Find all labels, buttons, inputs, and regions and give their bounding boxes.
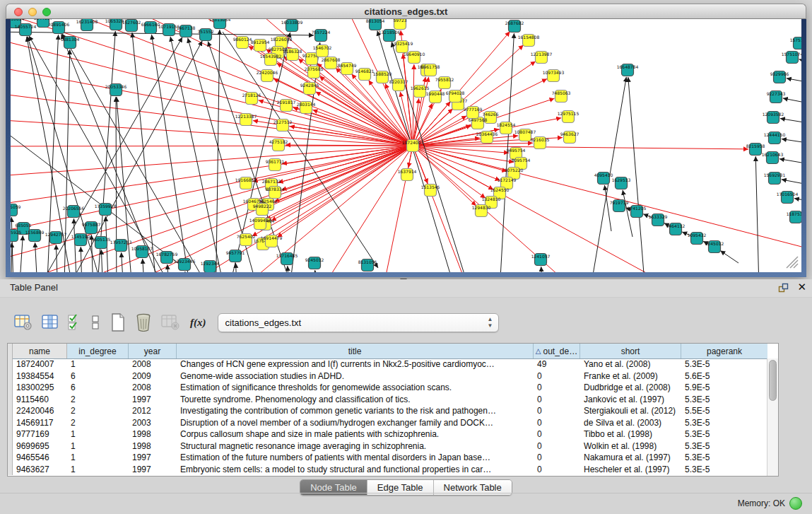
- network-node[interactable]: 18313054: [209, 19, 231, 29]
- cell-pagerank[interactable]: 5.3E-5: [681, 441, 767, 451]
- memory-status-indicator[interactable]: [789, 497, 802, 510]
- network-edge[interactable]: [235, 263, 238, 272]
- network-edge[interactable]: [143, 259, 146, 272]
- cell-in_degree[interactable]: 6: [67, 371, 129, 381]
- column-header-pagerank[interactable]: pagerank: [681, 344, 767, 358]
- new-table-icon[interactable]: [110, 312, 126, 333]
- network-node[interactable]: 1575107: [790, 37, 801, 49]
- cell-title[interactable]: Corpus callosum shape and size in male p…: [177, 429, 534, 439]
- table-row[interactable]: 946554611997Estimation of the future num…: [8, 452, 767, 464]
- network-node[interactable]: 12093582: [763, 112, 784, 124]
- show-columns-icon[interactable]: [42, 312, 59, 333]
- network-edge[interactable]: [81, 247, 83, 272]
- network-node[interactable]: 4275182: [269, 139, 288, 151]
- cell-year[interactable]: 1998: [129, 441, 177, 451]
- cell-name[interactable]: 18724007: [13, 359, 67, 369]
- network-node[interactable]: 10973493: [543, 70, 565, 82]
- cell-pagerank[interactable]: 5.9E-5: [681, 382, 767, 392]
- cell-name[interactable]: 9699695: [13, 441, 67, 451]
- cell-year[interactable]: 2012: [129, 406, 177, 416]
- cell-in_degree[interactable]: 1: [67, 359, 129, 369]
- network-node[interactable]: 2803144: [297, 102, 316, 114]
- network-node[interactable]: 1187533: [787, 211, 801, 223]
- network-node[interactable]: 7625402: [237, 234, 256, 246]
- network-node[interactable]: 12923446: [174, 259, 196, 271]
- network-node[interactable]: 12975115: [558, 111, 579, 123]
- table-row[interactable]: 1938455462009Genome-wide association stu…: [8, 370, 767, 382]
- network-edge[interactable]: [312, 110, 406, 144]
- table-row[interactable]: 2242004622012Investigating the contribut…: [8, 405, 767, 417]
- network-node[interactable]: 16543982: [260, 54, 282, 66]
- network-node[interactable]: 15692931: [764, 173, 786, 185]
- network-node[interactable]: 7485063: [552, 90, 571, 103]
- network-node[interactable]: 20053346: [105, 84, 127, 96]
- cell-in_degree[interactable]: 1: [67, 452, 129, 462]
- table-row[interactable]: 977716911998Corpus callosum shape and si…: [8, 428, 767, 440]
- cell-in_degree[interactable]: 1: [67, 441, 129, 451]
- network-node[interactable]: 9463627: [560, 132, 579, 144]
- cell-short[interactable]: Wolkin et al. (1998): [580, 441, 681, 451]
- network-node[interactable]: 7557224: [312, 30, 331, 42]
- table-selector-dropdown[interactable]: citations_edges.txt ▲▼: [218, 313, 499, 332]
- network-node[interactable]: 6966160: [141, 22, 160, 34]
- cell-year[interactable]: 2008: [129, 359, 177, 369]
- cell-name[interactable]: 9463627: [13, 465, 67, 474]
- cell-title[interactable]: Changes of HCN gene expression and I(f) …: [177, 359, 534, 369]
- cell-name[interactable]: 18300295: [13, 382, 67, 392]
- network-edge[interactable]: [35, 243, 39, 272]
- network-node[interactable]: 16033809: [281, 20, 303, 32]
- network-edge[interactable]: [11, 146, 406, 209]
- network-node[interactable]: 9329966: [770, 71, 789, 83]
- cell-year[interactable]: 1997: [129, 452, 177, 462]
- column-header-title[interactable]: title: [177, 344, 534, 358]
- network-node[interactable]: 7955812: [435, 77, 454, 89]
- scrollbar-thumb[interactable]: [769, 360, 777, 401]
- network-edge[interactable]: [185, 271, 189, 272]
- network-node[interactable]: 59723: [393, 19, 406, 30]
- network-edge[interactable]: [541, 267, 544, 272]
- network-edge[interactable]: [418, 148, 689, 272]
- network-node[interactable]: 9227343: [767, 91, 786, 103]
- cell-out_degree[interactable]: 0: [534, 441, 580, 451]
- network-node[interactable]: 9361711: [266, 159, 285, 171]
- network-node[interactable]: 16640910: [404, 52, 425, 64]
- network-node[interactable]: 1527602: [122, 20, 141, 32]
- cell-short[interactable]: Tibbo et al. (1998): [580, 429, 681, 439]
- network-edge[interactable]: [779, 159, 801, 168]
- cell-year[interactable]: 1997: [129, 395, 177, 404]
- cell-name[interactable]: 19384554: [13, 371, 67, 381]
- cell-title[interactable]: Investigating the contribution of common…: [177, 406, 534, 416]
- network-edge[interactable]: [122, 252, 125, 272]
- network-node[interactable]: 751552: [198, 29, 214, 41]
- cell-title[interactable]: Estimation of significance thresholds fo…: [177, 382, 534, 392]
- cell-name[interactable]: 14569117: [13, 418, 67, 428]
- network-node[interactable]: 17016504: [777, 192, 799, 204]
- column-header-year[interactable]: year: [129, 344, 177, 358]
- cell-name[interactable]: 9115460: [13, 395, 67, 404]
- network-node[interactable]: 20891406: [48, 22, 70, 34]
- column-header-out-degree[interactable]: △ out_de…: [534, 344, 580, 358]
- table-row[interactable]: 1456911722003Disruption of a novel membe…: [8, 417, 767, 429]
- cell-out_degree[interactable]: 0: [534, 395, 580, 404]
- network-edge[interactable]: [132, 33, 159, 272]
- cell-title[interactable]: Genome-wide association studies in ADHD.: [177, 371, 534, 381]
- network-edge[interactable]: [787, 78, 801, 86]
- cell-short[interactable]: Nakamura et al. (1997): [580, 452, 681, 462]
- network-edge[interactable]: [315, 270, 318, 272]
- network-edge[interactable]: [11, 243, 12, 272]
- network-edge[interactable]: [56, 245, 59, 272]
- network-edge[interactable]: [418, 150, 476, 206]
- cell-title[interactable]: Estimation of the future numbers of pati…: [177, 452, 534, 462]
- network-node[interactable]: 16210643: [762, 152, 784, 164]
- table-row[interactable]: 1872400712008Changes of HCN gene express…: [8, 358, 767, 370]
- table-row[interactable]: 969969511998Structural magnetic resonanc…: [8, 440, 767, 452]
- network-node[interactable]: 1156869: [25, 230, 45, 242]
- network-graph[interactable]: 1872400798601248912954182260589827508165…: [11, 19, 801, 272]
- network-node[interactable]: 8813054: [366, 19, 385, 30]
- cell-year[interactable]: 1997: [129, 465, 177, 474]
- cell-short[interactable]: Stergiakouli et al. (2012): [580, 406, 681, 416]
- network-edge[interactable]: [307, 151, 409, 272]
- network-node[interactable]: 16231408: [76, 19, 98, 31]
- cell-in_degree[interactable]: 2: [67, 406, 129, 416]
- network-node[interactable]: 1633329: [649, 214, 668, 226]
